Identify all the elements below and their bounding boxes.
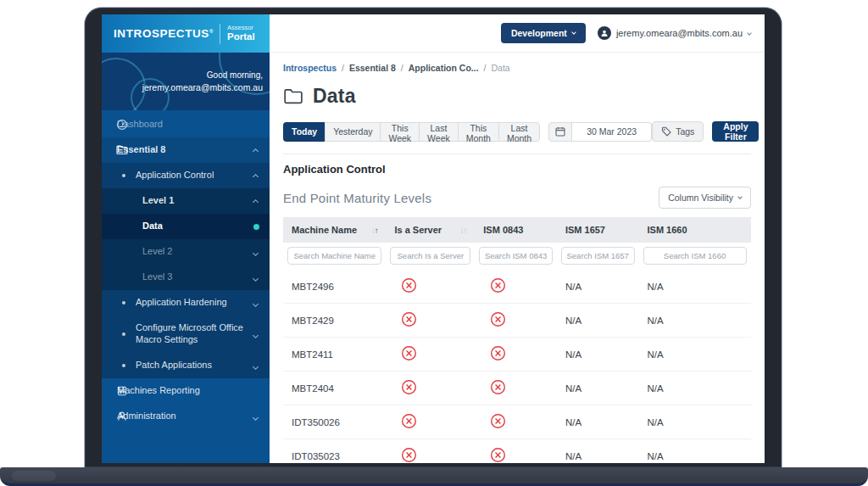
search-input-search-machine-name[interactable] (287, 247, 381, 265)
sidebar-item-application-control[interactable]: Application Control (102, 163, 270, 188)
cell-machine_name: MBT2429 (283, 304, 386, 338)
range-button-last-month[interactable]: Last Month (498, 122, 540, 142)
bullet-icon (122, 174, 125, 177)
cell-ism_0843 (475, 371, 557, 405)
date-picker-group: 30 Mar 2023 (548, 122, 652, 142)
sidebar-item-label: Level 2 (142, 246, 172, 258)
sidebar-item-label: Configure Microsoft Office Macro Setting… (136, 322, 270, 346)
table-row: MBT2429N/AN/A (283, 304, 751, 338)
range-button-this-week[interactable]: This Week (380, 122, 419, 142)
sidebar-item-level-1[interactable]: Level 1 (102, 188, 270, 214)
chevron-down-icon (253, 272, 258, 282)
breadcrumb-item-essential-8[interactable]: Essential 8 (349, 63, 396, 73)
apply-filter-button[interactable]: Apply Filter (712, 121, 759, 142)
sidebar-menu: DashboardEssential 8Application ControlL… (102, 110, 270, 463)
quick-range-group: TodayYesterdayThis WeekLast WeekThis Mon… (283, 122, 540, 142)
breadcrumb-separator: / (484, 63, 487, 73)
chevron-up-icon (253, 170, 258, 181)
table-row: MBT2411N/AN/A (283, 338, 751, 371)
user-avatar-icon (598, 26, 611, 40)
search-input-search-ism-1660[interactable] (643, 247, 747, 265)
column-header-inner: ISM 1657 (565, 225, 631, 235)
column-header-ism-1657: ISM 1657 (557, 217, 639, 243)
search-input-search-ism-1657[interactable] (561, 247, 635, 265)
cell-ism_1660: N/A (639, 304, 752, 338)
column-header-inner: ISM 0843 (483, 225, 548, 235)
cell-ism_0843 (475, 338, 557, 371)
range-button-today[interactable]: Today (283, 122, 325, 142)
breadcrumb-item-application-co[interactable]: Application Co... (409, 63, 479, 73)
filter-bar: TodayYesterdayThis WeekLast WeekThis Mon… (283, 121, 751, 142)
breadcrumb-item-introspectus[interactable]: Introspectus (283, 63, 337, 73)
search-cell (283, 243, 386, 270)
sidebar-item-essential-8[interactable]: Essential 8 (102, 137, 270, 163)
column-label: Is a Server (394, 225, 442, 235)
calendar-button[interactable] (548, 122, 572, 142)
breadcrumb-separator: / (401, 63, 403, 73)
search-cell (557, 243, 639, 270)
sidebar-item-administration[interactable]: Administration (102, 404, 270, 429)
user-menu[interactable]: jeremy.omeara@mbits.com.au (598, 26, 751, 40)
cell-ism_1660: N/A (639, 338, 752, 371)
column-header-inner: Is a Server↓↑ (394, 225, 466, 235)
section-heading: Application Control (283, 163, 751, 176)
cell-is_a_server (386, 304, 475, 338)
cell-ism_1657: N/A (557, 304, 639, 338)
brand-header: INTROSPECTUS® Assessor Portal (102, 14, 270, 53)
column-label: ISM 1657 (565, 225, 605, 235)
cell-ism_1657: N/A (557, 270, 639, 304)
sidebar-item-level-2[interactable]: Level 2 (102, 239, 270, 265)
column-visibility-button[interactable]: Column Visibility (659, 187, 751, 209)
sidebar-item-application-hardening[interactable]: Application Hardening (102, 290, 270, 316)
folder-icon (283, 87, 304, 105)
chevron-down-icon (253, 411, 258, 422)
table-search-row (283, 243, 751, 270)
sidebar-item-patch-applications[interactable]: Patch Applications (102, 353, 270, 378)
date-input[interactable]: 30 Mar 2023 (572, 122, 652, 142)
chevron-down-icon (253, 360, 258, 371)
search-input-search-is-a-server[interactable] (390, 247, 470, 265)
laptop-base-notch (12, 471, 56, 481)
column-header-machine-name[interactable]: Machine Name↓↑ (283, 217, 386, 243)
table-head-row: Machine Name↓↑Is a Server↓↑ISM 0843ISM 1… (283, 217, 751, 243)
greeting-banner: Good morning, jeremy.omeara@mbits.com.au (102, 53, 270, 110)
column-header-is-a-server[interactable]: Is a Server↓↑ (386, 217, 475, 243)
cross-circle-icon (401, 387, 417, 397)
bullet-icon (122, 301, 125, 304)
cross-circle-icon (490, 353, 506, 363)
sidebar-item-label: Level 3 (142, 271, 172, 283)
sidebar: INTROSPECTUS® Assessor Portal Good morni… (102, 14, 270, 463)
cell-is_a_server (386, 371, 475, 405)
sidebar-item-label: Application Hardening (136, 297, 227, 309)
sidebar-item-data[interactable]: Data (102, 214, 270, 239)
decorative-ring (131, 78, 170, 110)
sidebar-item-dashboard[interactable]: Dashboard (102, 112, 270, 137)
cell-ism_0843 (475, 304, 557, 338)
chevron-down-icon (253, 298, 258, 308)
chevron-down-icon (737, 194, 743, 199)
cross-circle-icon (401, 455, 417, 463)
cell-ism_1660: N/A (639, 270, 752, 304)
search-input-search-ism-0843[interactable] (479, 247, 553, 265)
chevron-down-icon (253, 247, 258, 257)
cell-machine_name: MBT2404 (283, 371, 386, 405)
sidebar-item-configure-microsoft-office-macro-settings[interactable]: Configure Microsoft Office Macro Setting… (102, 316, 270, 353)
search-cell (475, 243, 557, 270)
cell-ism_0843 (475, 439, 557, 464)
environment-dropdown-button[interactable]: Development (501, 23, 586, 43)
cross-circle-icon (490, 319, 506, 329)
column-label: ISM 1660 (648, 225, 687, 235)
search-cell (386, 243, 475, 270)
range-button-yesterday[interactable]: Yesterday (325, 122, 380, 142)
sidebar-item-level-3[interactable]: Level 3 (102, 265, 270, 290)
range-button-last-week[interactable]: Last Week (419, 122, 458, 142)
tags-button[interactable]: Tags (652, 121, 704, 142)
app-window: INTROSPECTUS® Assessor Portal Good morni… (102, 14, 765, 463)
folder-icon (115, 143, 129, 157)
cross-circle-icon (490, 285, 506, 295)
cell-machine_name: IDT350026 (283, 405, 386, 439)
chevron-up-icon (253, 196, 258, 206)
sidebar-item-machines-reporting[interactable]: Machines Reporting (102, 378, 270, 404)
sidebar-filler (102, 429, 270, 463)
range-button-this-month[interactable]: This Month (458, 122, 498, 142)
